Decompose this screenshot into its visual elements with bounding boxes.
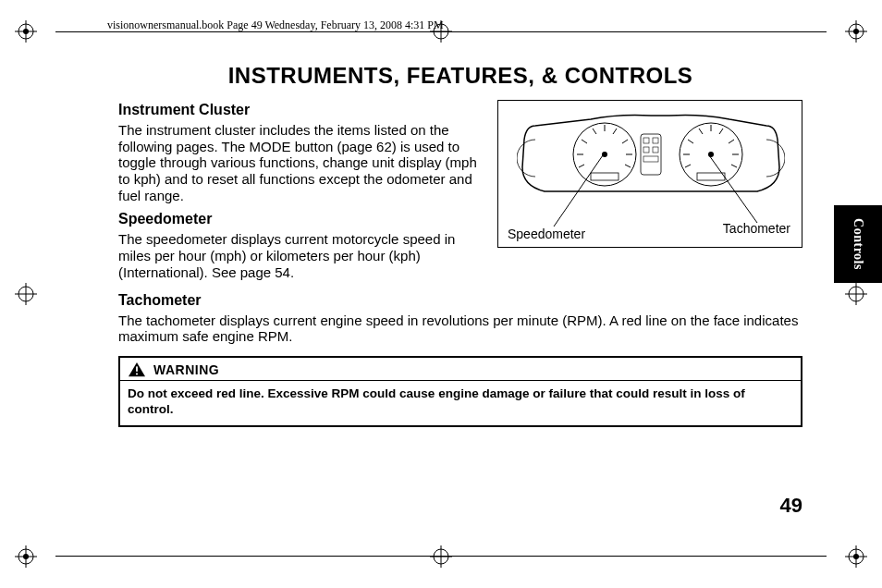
print-header-info: visionownersmanual.book Page 49 Wednesda…	[107, 18, 444, 32]
figure-label-speedometer: Speedometer	[508, 227, 585, 241]
crop-cross-icon	[845, 283, 867, 305]
registration-mark-icon	[845, 545, 867, 568]
svg-rect-61	[136, 373, 138, 374]
crop-cross-icon	[15, 283, 37, 305]
svg-point-15	[853, 554, 859, 559]
figure-label-tachometer: Tachometer	[723, 221, 790, 236]
svg-point-3	[23, 29, 29, 34]
page-number: 49	[780, 494, 802, 518]
page-title: INSTRUMENTS, FEATURES, & CONTROLS	[118, 63, 802, 89]
instrument-cluster-figure: Speedometer Tachometer	[497, 100, 802, 248]
heading-instrument-cluster: Instrument Cluster	[118, 102, 484, 118]
registration-mark-icon	[845, 20, 867, 43]
heading-speedometer: Speedometer	[118, 211, 484, 227]
crop-cross-icon	[430, 545, 452, 568]
svg-point-7	[853, 29, 859, 34]
text-instrument-cluster: The instrument cluster includes the item…	[118, 122, 484, 203]
svg-point-11	[23, 554, 29, 559]
heading-tachometer: Tachometer	[118, 292, 802, 309]
warning-box: WARNING Do not exceed red line. Excessiv…	[118, 356, 802, 427]
page-content: INSTRUMENTS, FEATURES, & CONTROLS Instru…	[118, 63, 802, 427]
text-tachometer: The tachometer displays current engine s…	[118, 312, 802, 345]
svg-line-58	[554, 155, 603, 227]
section-tab-label: Controls	[851, 218, 865, 270]
section-tab: Controls	[834, 205, 882, 283]
text-speedometer: The speedometer displays current motorcy…	[118, 231, 484, 280]
svg-line-59	[709, 155, 757, 223]
warning-body: Do not exceed red line. Excessive RPM co…	[120, 380, 801, 425]
svg-rect-60	[136, 366, 138, 371]
registration-mark-icon	[15, 545, 37, 568]
warning-label: WARNING	[153, 362, 219, 377]
registration-mark-icon	[15, 20, 37, 43]
warning-triangle-icon	[128, 361, 146, 378]
